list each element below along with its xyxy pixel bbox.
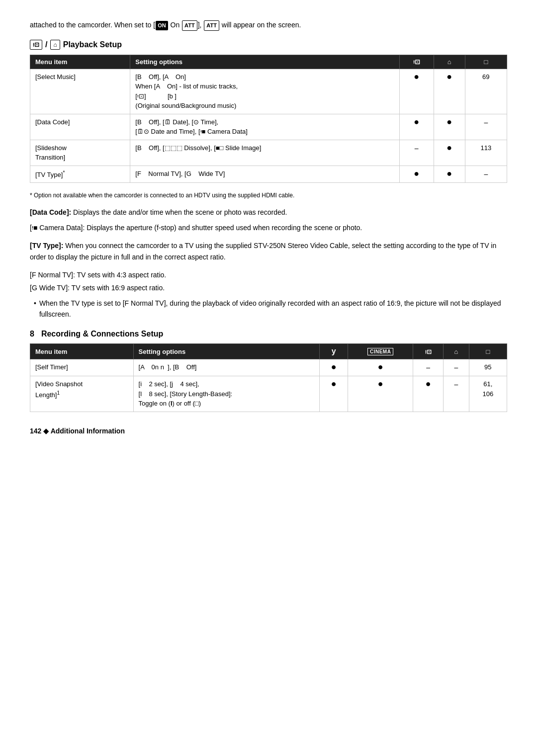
description-tv-type: [TV Type]: When you connect the camcorde… <box>30 240 507 262</box>
tv-list-item-2: [G Wide TV]: TV sets with 16:9 aspect ra… <box>30 282 507 293</box>
term-data-code: [Data Code]: <box>30 208 71 216</box>
playback-setup-table: Menu item Setting options יִ⊡ ⌂ □ [Selec… <box>30 55 507 183</box>
dot5: ● <box>434 140 465 166</box>
col2-icon1: יִ⊡ <box>413 344 444 359</box>
page-ref4: 61,106 <box>469 376 507 412</box>
dash6: – <box>444 376 469 412</box>
intro-text2: On <box>169 21 181 29</box>
footer-text: Additional Information <box>51 427 125 435</box>
col2-menu-item: Menu item <box>30 344 134 359</box>
dot6: ● <box>399 166 434 183</box>
playback-icon1: יִ⊡ <box>30 40 42 50</box>
bullet-symbol: • <box>34 298 36 320</box>
description-data-code: [Data Code]: Displays the date and/or ti… <box>30 207 507 233</box>
menu-self-timer: [Self Timer] <box>30 359 134 376</box>
dash1: – <box>465 114 507 140</box>
section1-separator: / <box>45 40 47 49</box>
col-menu-item: Menu item <box>30 55 130 69</box>
tv-item1-label: [F <box>30 269 36 280</box>
desc-data-code-text: Displays the date and/or time when the s… <box>71 208 287 216</box>
section2-header: 8 Recording & Connections Setup <box>30 330 507 338</box>
col-book: □ <box>465 55 507 69</box>
page-ref2: 113 <box>465 140 507 166</box>
options-self-timer: [A 0n n ], [B Off] <box>133 359 320 376</box>
options-data-code: [B Off], [🗓 Date], [⊙ Time], [🗓⊙ Date an… <box>130 114 399 140</box>
dot7: ● <box>434 166 465 183</box>
tv-list-item-1: [F Normal TV]: TV sets with 4:3 aspect r… <box>30 269 507 280</box>
recording-connections-table: Menu item Setting options y CINEMA יִ⊡ ⌂… <box>30 343 507 412</box>
desc-tv-type-text: When you connect the camcorder to a TV u… <box>30 242 496 260</box>
col-setting-options: Setting options <box>130 55 399 69</box>
table-row: [SlideshowTransition] [B Off], [⬚⬚⬚ Diss… <box>30 140 507 166</box>
intro-text1: attached to the camcorder. When set to [ <box>30 21 155 29</box>
tv-item1-text: Normal TV]: TV sets with 4:3 aspect rati… <box>38 269 166 280</box>
page-ref3: 95 <box>469 359 507 376</box>
att-badge1: ATT <box>182 20 197 31</box>
section2-number: 8 <box>30 330 34 338</box>
menu-video-snapshot: [Video SnapshotLength]1 <box>30 376 134 412</box>
footnote1: * Option not available when the camcorde… <box>30 191 507 200</box>
section1-header: יִ⊡ / ⌂ Playback Setup <box>30 40 507 50</box>
dash4: – <box>413 359 444 376</box>
dash3: – <box>465 166 507 183</box>
options-video-snapshot: [i 2 sec], [j 4 sec], [l 8 sec], [Story … <box>133 376 320 412</box>
playback-icon2: ⌂ <box>50 40 60 50</box>
col2-setting-options: Setting options <box>133 344 320 359</box>
bullet-text: When the TV type is set to [F Normal TV]… <box>39 298 507 320</box>
dot4: ● <box>434 114 465 140</box>
dot1: ● <box>399 69 434 114</box>
table-row: [Data Code] [B Off], [🗓 Date], [⊙ Time],… <box>30 114 507 140</box>
table-row: [Video SnapshotLength]1 [i 2 sec], [j 4 … <box>30 376 507 412</box>
dot10: ● <box>320 376 348 412</box>
page-footer: 142 ◆ Additional Information <box>30 427 507 435</box>
page-number: 142 <box>30 427 41 435</box>
dot12: ● <box>413 376 444 412</box>
intro-text3: ], <box>198 21 204 29</box>
options-tv-type: [F Normal TV], [G Wide TV] <box>130 166 399 183</box>
term-tv-type: [TV Type]: <box>30 242 63 250</box>
col-icon1: יִ⊡ <box>399 55 434 69</box>
options-select-music: [B Off], [A On] When [A On] - list of mu… <box>130 69 399 114</box>
dash2: – <box>399 140 434 166</box>
col2-cinema: CINEMA <box>348 344 413 359</box>
table-row: [Self Timer] [A 0n n ], [B Off] ● ● – – … <box>30 359 507 376</box>
col2-book: □ <box>469 344 507 359</box>
section2-title: Recording & Connections Setup <box>41 330 163 338</box>
intro-text4: will appear on the screen. <box>220 21 301 29</box>
table-row: [Select Music] [B Off], [A On] When [A O… <box>30 69 507 114</box>
cinema-label: CINEMA <box>367 348 393 355</box>
menu-select-music: [Select Music] <box>30 69 130 114</box>
intro-paragraph: attached to the camcorder. When set to [… <box>30 20 507 31</box>
col2-icon2: ⌂ <box>444 344 469 359</box>
dot11: ● <box>348 376 413 412</box>
dot9: ● <box>348 359 413 376</box>
section1-title: Playback Setup <box>63 40 122 49</box>
dot3: ● <box>399 114 434 140</box>
dot8: ● <box>320 359 348 376</box>
desc-camera-data: [יִ■ Camera Data]: Displays the aperture… <box>30 224 362 232</box>
dot2: ● <box>434 69 465 114</box>
att-badge2: ATT <box>204 20 219 31</box>
tv-item2-label: [G <box>30 282 37 293</box>
menu-tv-type: [TV Type]* <box>30 166 130 183</box>
on-badge: ON <box>156 21 168 30</box>
tv-item2-text: Wide TV]: TV sets with 16:9 aspect ratio… <box>39 282 165 293</box>
options-slideshow: [B Off], [⬚⬚⬚ Dissolve], [■□ Slide Image… <box>130 140 399 166</box>
menu-data-code: [Data Code] <box>30 114 130 140</box>
table-row: [TV Type]* [F Normal TV], [G Wide TV] ● … <box>30 166 507 183</box>
bullet-point-1: • When the TV type is set to [F Normal T… <box>30 298 507 320</box>
footer-separator: ◆ <box>43 427 49 435</box>
menu-slideshow: [SlideshowTransition] <box>30 140 130 166</box>
col2-y: y <box>320 344 348 359</box>
dash5: – <box>444 359 469 376</box>
col-icon2: ⌂ <box>434 55 465 69</box>
page-ref1: 69 <box>465 69 507 114</box>
